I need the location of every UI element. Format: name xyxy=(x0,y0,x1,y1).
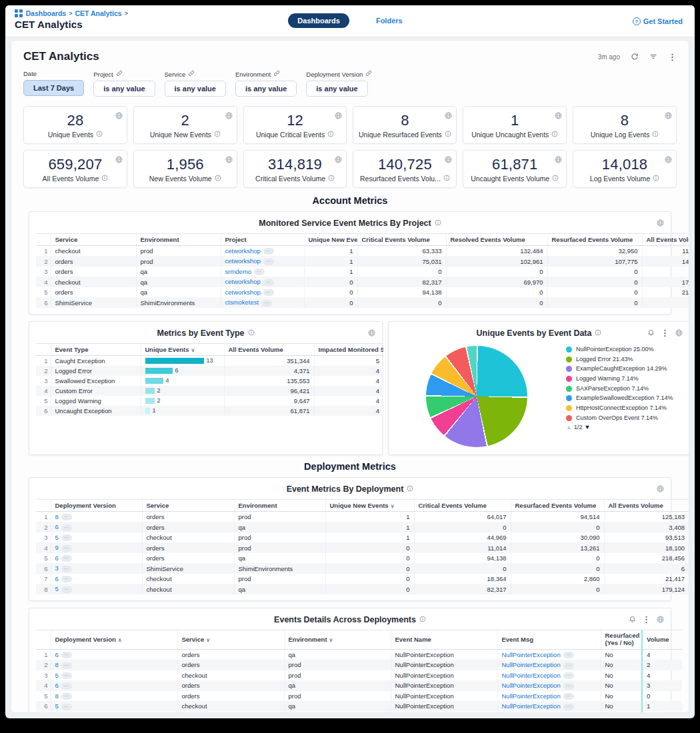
ellipsis-pill-icon[interactable]: ⋯ xyxy=(61,576,72,582)
table-row[interactable]: 5ordersqacetworkshop⋯094,13800218,456 xyxy=(36,287,689,297)
ellipsis-pill-icon[interactable]: ⋯ xyxy=(61,586,72,593)
table-link[interactable]: 6 xyxy=(55,523,59,530)
info-icon[interactable] xyxy=(443,175,450,183)
sort-icon[interactable]: ∨ xyxy=(206,637,210,643)
info-icon[interactable] xyxy=(595,329,601,338)
ellipsis-pill-icon[interactable]: ⋯ xyxy=(563,704,574,710)
breadcrumb-dashboards[interactable]: Dashboards xyxy=(26,9,67,17)
unique-events-bar[interactable]: 6 xyxy=(145,367,220,374)
sort-icon[interactable]: ∧ xyxy=(118,637,122,643)
ellipsis-pill-icon[interactable]: ⋯ xyxy=(61,566,72,572)
unique-events-bar[interactable]: 2 xyxy=(145,387,220,394)
info-icon[interactable] xyxy=(328,175,335,183)
table-link[interactable]: NullPointerException xyxy=(502,672,561,679)
table-row[interactable]: 58⋯ordersprodNullPointerExceptionNullPoi… xyxy=(36,691,682,701)
column-header[interactable]: Environment∨ xyxy=(284,630,391,649)
column-header[interactable]: All Events Volume xyxy=(642,234,689,246)
table-link[interactable]: NullPointerException xyxy=(502,651,561,658)
table-link[interactable]: NullPointerException xyxy=(502,661,561,668)
ellipsis-pill-icon[interactable]: ⋯ xyxy=(61,514,72,520)
legend-item[interactable]: HttpHostConnectException 7.14% xyxy=(566,404,683,412)
sort-icon[interactable]: ∨ xyxy=(191,347,195,353)
column-header[interactable]: Environment xyxy=(136,234,221,246)
ellipsis-pill-icon[interactable]: ⋯ xyxy=(563,683,574,690)
filter-value-chip[interactable]: is any value xyxy=(235,81,297,97)
table-link[interactable]: 9 xyxy=(55,544,59,551)
bell-icon[interactable] xyxy=(629,614,636,626)
table-row[interactable]: 35⋯checkoutprod144,96930,09093,513 xyxy=(36,532,689,542)
table-link[interactable]: 6 xyxy=(55,575,59,582)
column-header[interactable]: Service xyxy=(142,499,234,511)
column-header[interactable]: All Events Volume xyxy=(224,343,314,355)
legend-item[interactable]: NullPointerException 25.00% xyxy=(566,346,683,354)
bell-icon[interactable] xyxy=(647,327,655,339)
legend-item[interactable]: SAXParseException 7.14% xyxy=(566,385,683,393)
table-row[interactable]: 2ordersprodcetworkshop⋯175,031102,961107… xyxy=(36,256,689,266)
refresh-icon[interactable] xyxy=(631,53,639,61)
table-row[interactable]: 16⋯ordersqaNullPointerExceptionNullPoint… xyxy=(36,649,682,660)
table-row[interactable]: 65⋯checkoutqaNullPointerExceptionNullPoi… xyxy=(36,701,682,711)
filter-value-chip[interactable]: Last 7 Days xyxy=(23,80,84,96)
column-header[interactable]: Deployment Version∧ xyxy=(51,630,177,649)
ellipsis-pill-icon[interactable]: ⋯ xyxy=(261,300,272,307)
table-row[interactable]: 63⋯ShimiServiceShimiEnvironments0006 xyxy=(36,563,689,573)
table-link[interactable]: 5 xyxy=(55,702,59,710)
table-row[interactable]: 1Caught Exception13351,3445 xyxy=(36,355,383,366)
info-icon[interactable] xyxy=(551,131,558,139)
ellipsis-pill-icon[interactable]: ⋯ xyxy=(61,545,72,552)
unique-events-bar[interactable]: 4 xyxy=(145,377,220,384)
column-header[interactable]: Impacted Monitored Services xyxy=(314,343,383,355)
ellipsis-pill-icon[interactable]: ⋯ xyxy=(61,672,72,679)
table-link[interactable]: 8 xyxy=(55,661,59,668)
unique-events-bar[interactable]: 13 xyxy=(145,357,220,364)
breadcrumb-cet-analytics[interactable]: CET Analytics xyxy=(75,9,121,17)
table-link[interactable]: 8 xyxy=(55,692,59,700)
globe-icon[interactable] xyxy=(368,327,375,339)
globe-icon[interactable] xyxy=(657,483,664,495)
globe-icon[interactable] xyxy=(335,154,342,166)
table-row[interactable]: 6ShimiServiceShimiEnvironmentsctsmoketes… xyxy=(36,297,689,307)
globe-icon[interactable] xyxy=(675,327,683,339)
pie-chart[interactable] xyxy=(426,346,527,447)
ellipsis-pill-icon[interactable]: ⋯ xyxy=(61,693,72,700)
sort-icon[interactable]: ∨ xyxy=(391,503,395,509)
table-row[interactable]: 35⋯checkoutprodNullPointerExceptionNullP… xyxy=(36,670,682,680)
table-row[interactable]: 18⋯ordersprod164,01794,514125,183 xyxy=(36,511,689,522)
column-header[interactable]: Unique New Events∨ xyxy=(325,499,414,511)
ellipsis-pill-icon[interactable]: ⋯ xyxy=(263,248,274,255)
table-row[interactable]: 5Logged Warning29,6474 xyxy=(36,396,383,406)
ellipsis-pill-icon[interactable]: ⋯ xyxy=(563,652,574,658)
table-row[interactable]: 4checkoutqacetworkshop⋯082,31769,9700179… xyxy=(36,277,689,287)
table-link[interactable]: 6 xyxy=(55,651,59,658)
ellipsis-pill-icon[interactable]: ⋯ xyxy=(61,555,72,562)
column-header[interactable]: Unique Events∨ xyxy=(141,343,224,355)
table-link[interactable]: 3 xyxy=(55,564,59,572)
table-link[interactable]: NullPointerException xyxy=(502,692,561,700)
table-row[interactable]: 56⋯ordersqa094,1380218,456 xyxy=(36,553,689,563)
table-row[interactable]: 2Logged Error64,3714 xyxy=(36,366,383,376)
column-header[interactable]: Event Msg xyxy=(497,630,601,649)
column-header[interactable]: Critical Events Volume xyxy=(357,234,446,246)
globe-icon[interactable] xyxy=(555,110,562,122)
table-link[interactable]: srmdemo xyxy=(225,268,252,275)
column-header[interactable]: Service xyxy=(51,234,136,246)
tab-folders[interactable]: Folders xyxy=(367,13,412,28)
ellipsis-pill-icon[interactable]: ⋯ xyxy=(563,662,574,669)
column-header[interactable]: Service∨ xyxy=(177,630,284,649)
table-link[interactable]: ctsmoketest xyxy=(225,299,259,306)
ellipsis-pill-icon[interactable]: ⋯ xyxy=(61,683,72,690)
info-icon[interactable] xyxy=(652,131,659,139)
kebab-menu-icon[interactable]: ⋮ xyxy=(661,328,669,338)
globe-icon[interactable] xyxy=(115,110,123,122)
info-icon[interactable] xyxy=(445,131,451,139)
table-link[interactable]: 5 xyxy=(55,672,59,679)
column-header[interactable]: Deployment Version xyxy=(51,499,142,511)
column-header[interactable]: Event Name xyxy=(391,630,497,649)
table-link[interactable]: NullPointerException xyxy=(502,702,561,710)
table-row[interactable]: 76⋯checkoutprod018,3642,86021,417 xyxy=(36,574,689,584)
table-row[interactable]: 4Custom Error296,4214 xyxy=(36,386,383,396)
table-link[interactable]: cetworkshop xyxy=(225,278,261,285)
table-row[interactable]: 26⋯ordersqa1003,408 xyxy=(36,522,689,532)
table-link[interactable]: cetworkshop xyxy=(225,257,261,265)
globe-icon[interactable] xyxy=(665,154,672,166)
